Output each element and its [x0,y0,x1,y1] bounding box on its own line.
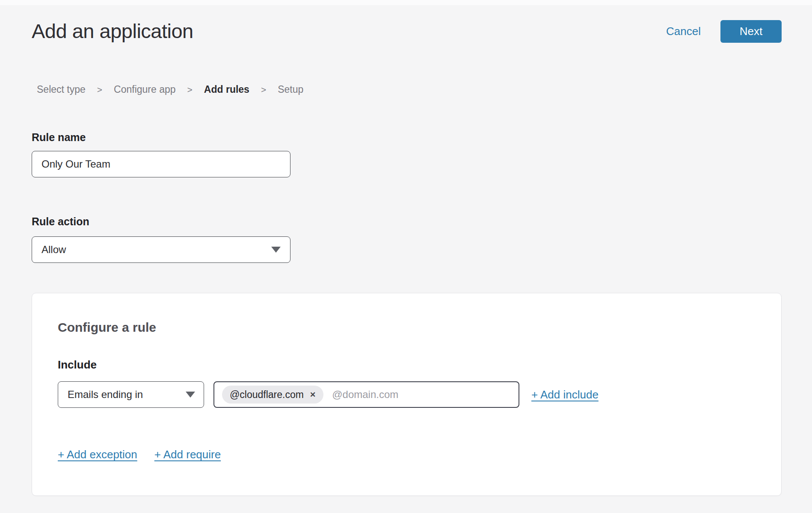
caret-down-icon [271,247,281,253]
email-domain-chip-label: @cloudflare.com [230,389,304,401]
email-domain-input[interactable] [331,388,511,401]
page-title: Add an application [32,20,193,43]
top-strip [0,0,812,5]
next-button[interactable]: Next [720,20,782,43]
email-domain-chip: @cloudflare.com ✕ [222,386,323,404]
caret-down-icon [186,392,195,398]
remove-chip-icon[interactable]: ✕ [310,391,316,398]
breadcrumb-separator: > [261,85,266,95]
rule-action-label: Rule action [32,215,782,228]
breadcrumb-step-add-rules[interactable]: Add rules [204,84,249,95]
breadcrumb-separator: > [187,85,193,95]
rule-action-select[interactable]: Allow [32,236,290,263]
breadcrumb-separator: > [97,85,102,95]
page-header: Add an application Cancel Next [32,20,782,43]
add-include-link[interactable]: + Add include [531,388,599,401]
include-selector-value: Emails ending in [68,389,143,401]
add-application-page: Add an application Cancel Next Select ty… [0,5,812,496]
configure-rule-title: Configure a rule [58,320,756,335]
add-exception-link[interactable]: + Add exception [58,448,137,461]
rule-links-row: + Add exception + Add require [58,448,756,461]
include-label: Include [58,358,756,371]
breadcrumb-step-select-type[interactable]: Select type [37,84,86,95]
add-require-link[interactable]: + Add require [154,448,221,461]
breadcrumb-step-configure-app[interactable]: Configure app [114,84,176,95]
rule-name-label: Rule name [32,131,782,144]
rule-action-selected-value: Allow [41,244,66,256]
include-selector-select[interactable]: Emails ending in [58,381,204,408]
breadcrumb: Select type > Configure app > Add rules … [37,84,782,95]
breadcrumb-step-setup[interactable]: Setup [278,84,303,95]
include-rule-row: Emails ending in @cloudflare.com ✕ + Add… [58,381,756,408]
rule-name-input[interactable] [32,151,290,177]
email-domains-input-box[interactable]: @cloudflare.com ✕ [213,381,519,408]
configure-rule-card: Configure a rule Include Emails ending i… [32,293,782,496]
header-actions: Cancel Next [666,20,782,43]
cancel-button[interactable]: Cancel [666,25,701,38]
